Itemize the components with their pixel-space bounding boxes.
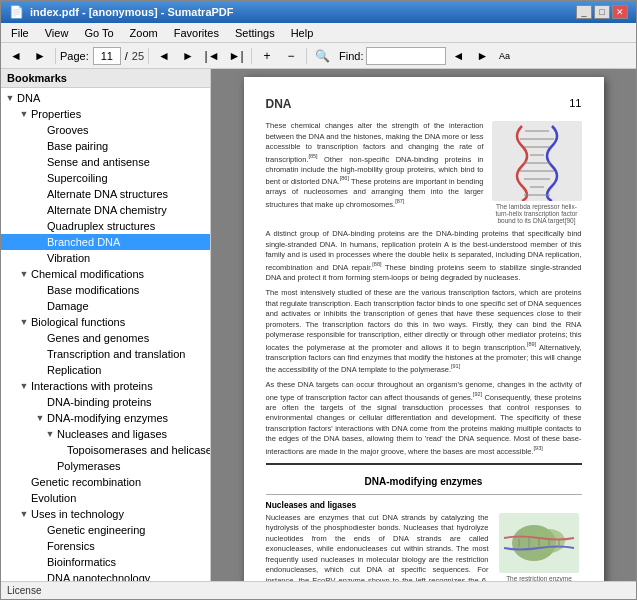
forward-button[interactable]: ► <box>29 46 51 66</box>
helix-image-block: The lambda repressor helix-turn-helix tr… <box>492 121 582 224</box>
sidebar-item-usestech[interactable]: ▼ Uses in technology <box>1 506 210 522</box>
label-basemod: Base modifications <box>47 284 139 296</box>
label-forensics: Forensics <box>47 540 95 552</box>
sidebar-item-evolution[interactable]: ► Evolution <box>1 490 210 506</box>
sidebar-item-transcription[interactable]: ► Transcription and translation <box>1 346 210 362</box>
sidebar-item-bioinformatics[interactable]: ► Bioinformatics <box>1 554 210 570</box>
sidebar-item-dnamodifying[interactable]: ▼ DNA-modifying enzymes <box>1 410 210 426</box>
sidebar-item-genesgenomes[interactable]: ► Genes and genomes <box>1 330 210 346</box>
svg-rect-0 <box>492 121 582 201</box>
sidebar-item-nucligases[interactable]: ▼ Nucleases and ligases <box>1 426 210 442</box>
menu-file[interactable]: File <box>3 25 37 41</box>
enzyme-section: The restriction enzyme EcoRV (green) in … <box>266 513 582 582</box>
titlebar: 📄 index.pdf - [anonymous] - SumatraPDF _… <box>1 1 636 23</box>
sidebar-item-dnananotech[interactable]: ► DNA nanotechnology <box>1 570 210 581</box>
menu-zoom[interactable]: Zoom <box>122 25 166 41</box>
paragraph-2: A distinct group of DNA-binding proteins… <box>266 229 582 283</box>
sidebar-item-supercoiling[interactable]: ► Supercoiling <box>1 170 210 186</box>
sidebar-item-senseantisense[interactable]: ► Sense and antisense <box>1 154 210 170</box>
label-grooves: Grooves <box>47 124 89 136</box>
pdf-page: DNA 11 <box>244 77 604 581</box>
toolbar: ◄ ► Page: / 25 ◄ ► |◄ ►| + − 🔍 Find: ◄ ►… <box>1 43 636 69</box>
toggle-usestech[interactable]: ▼ <box>17 507 31 521</box>
find-match-case-button[interactable]: Aa <box>496 46 514 66</box>
sidebar-tree[interactable]: ▼ DNA ▼ Properties ► Grooves ► Base pair… <box>1 88 210 581</box>
menu-goto[interactable]: Go To <box>76 25 121 41</box>
separator-2 <box>148 48 149 64</box>
sidebar-item-basemod[interactable]: ► Base modifications <box>1 282 210 298</box>
page-total: 25 <box>132 50 144 62</box>
first-page-button[interactable]: |◄ <box>201 46 223 66</box>
paragraph-1-block: The lambda repressor helix-turn-helix tr… <box>266 121 582 229</box>
status-text: License <box>7 585 41 596</box>
sidebar-item-replication[interactable]: ► Replication <box>1 362 210 378</box>
label-basepairing: Base pairing <box>47 140 108 152</box>
label-geneticeng: Genetic engineering <box>47 524 145 536</box>
maximize-button[interactable]: □ <box>594 5 610 19</box>
back-button[interactable]: ◄ <box>5 46 27 66</box>
label-polymerases: Polymerases <box>57 460 121 472</box>
find-input[interactable] <box>366 47 446 65</box>
sidebar-item-biofunc[interactable]: ▼ Biological functions <box>1 314 210 330</box>
label-interactions: Interactions with proteins <box>31 380 153 392</box>
menu-favorites[interactable]: Favorites <box>166 25 227 41</box>
sidebar-item-properties[interactable]: ▼ Properties <box>1 106 210 122</box>
close-button[interactable]: ✕ <box>612 5 628 19</box>
search-button[interactable]: 🔍 <box>311 46 333 66</box>
page-label: Page: <box>60 50 89 62</box>
sidebar-item-polymerases[interactable]: ► Polymerases <box>1 458 210 474</box>
label-chemmod: Chemical modifications <box>31 268 144 280</box>
sidebar-item-geneticeng[interactable]: ► Genetic engineering <box>1 522 210 538</box>
sidebar-item-chemmod[interactable]: ▼ Chemical modifications <box>1 266 210 282</box>
label-topoisomerases: Topoisomerases and helicases <box>67 444 210 456</box>
label-damage: Damage <box>47 300 89 312</box>
sidebar-item-basepairing[interactable]: ► Base pairing <box>1 138 210 154</box>
sidebar-item-altdna[interactable]: ► Alternate DNA structures <box>1 186 210 202</box>
content-area[interactable]: DNA 11 <box>211 69 636 581</box>
label-altdnachem: Alternate DNA chemistry <box>47 204 167 216</box>
prev-page-button[interactable]: ◄ <box>153 46 175 66</box>
toggle-dna[interactable]: ▼ <box>3 91 17 105</box>
label-biofunc: Biological functions <box>31 316 125 328</box>
menu-help[interactable]: Help <box>283 25 322 41</box>
label-altdna: Alternate DNA structures <box>47 188 168 200</box>
menubar: File View Go To Zoom Favorites Settings … <box>1 23 636 43</box>
main-window: 📄 index.pdf - [anonymous] - SumatraPDF _… <box>0 0 637 600</box>
sidebar-item-geneticrecomb[interactable]: ► Genetic recombination <box>1 474 210 490</box>
menu-settings[interactable]: Settings <box>227 25 283 41</box>
label-evolution: Evolution <box>31 492 76 504</box>
page-input[interactable] <box>93 47 121 65</box>
sidebar-item-grooves[interactable]: ► Grooves <box>1 122 210 138</box>
toggle-chemmod[interactable]: ▼ <box>17 267 31 281</box>
toggle-nucligases[interactable]: ▼ <box>43 427 57 441</box>
menu-view[interactable]: View <box>37 25 77 41</box>
minimize-button[interactable]: _ <box>576 5 592 19</box>
label-geneticrecomb: Genetic recombination <box>31 476 141 488</box>
paragraph-3: The most intensively studied of these ar… <box>266 288 582 375</box>
sidebar-item-forensics[interactable]: ► Forensics <box>1 538 210 554</box>
zoom-in-button[interactable]: + <box>256 46 278 66</box>
sidebar-item-topoisomerases[interactable]: ► Topoisomerases and helicases <box>1 442 210 458</box>
find-prev-button[interactable]: ◄ <box>448 46 470 66</box>
next-page-button[interactable]: ► <box>177 46 199 66</box>
label-genesgenomes: Genes and genomes <box>47 332 149 344</box>
toggle-properties[interactable]: ▼ <box>17 107 31 121</box>
toggle-dnamodifying[interactable]: ▼ <box>33 411 47 425</box>
sidebar-item-vibration[interactable]: ► Vibration <box>1 250 210 266</box>
label-dnananotech: DNA nanotechnology <box>47 572 150 581</box>
zoom-out-button[interactable]: − <box>280 46 302 66</box>
toggle-biofunc[interactable]: ▼ <box>17 315 31 329</box>
last-page-button[interactable]: ►| <box>225 46 247 66</box>
page-number: 11 <box>569 97 581 109</box>
find-next-button[interactable]: ► <box>472 46 494 66</box>
sidebar-item-quadruplex[interactable]: ► Quadruplex structures <box>1 218 210 234</box>
sidebar-item-brancheddna[interactable]: ► Branched DNA <box>1 234 210 250</box>
label-dnamodifying: DNA-modifying enzymes <box>47 412 168 424</box>
sidebar-item-altdnachem[interactable]: ► Alternate DNA chemistry <box>1 202 210 218</box>
toggle-interactions[interactable]: ▼ <box>17 379 31 393</box>
window-controls: _ □ ✕ <box>576 5 628 19</box>
sidebar-item-dnabinding[interactable]: ► DNA-binding proteins <box>1 394 210 410</box>
sidebar-item-damage[interactable]: ► Damage <box>1 298 210 314</box>
sidebar-item-interactions[interactable]: ▼ Interactions with proteins <box>1 378 210 394</box>
sidebar-item-dna[interactable]: ▼ DNA <box>1 90 210 106</box>
